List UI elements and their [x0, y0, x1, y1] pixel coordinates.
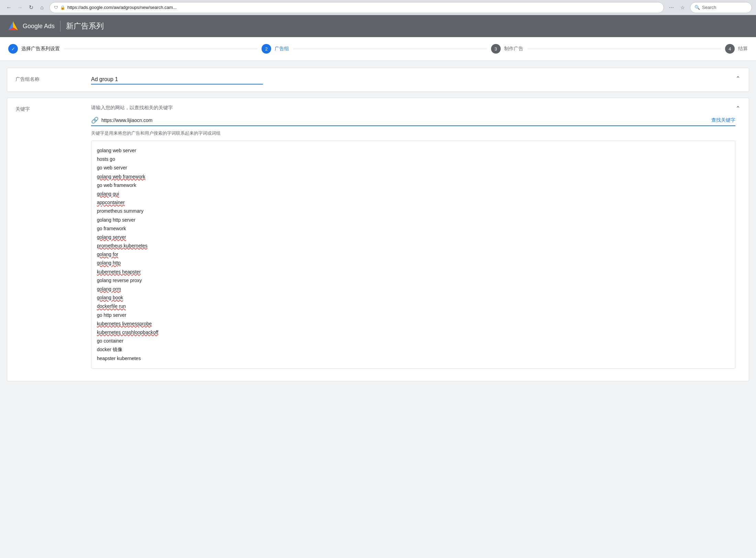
keyword-item: kubernetes heapster — [97, 268, 730, 276]
keyword-item: golang gui — [97, 190, 730, 198]
step-3-circle: 3 — [491, 44, 501, 54]
header-divider — [60, 21, 60, 32]
keyword-item: appcontainer — [97, 198, 730, 207]
keyword-item: go framework — [97, 224, 730, 233]
ads-header: Google Ads 新广告系列 — [0, 15, 756, 37]
ad-group-name-card: 广告组名称 ⌃ — [7, 68, 749, 92]
home-button[interactable]: ⌂ — [37, 3, 47, 12]
lock-icon: 🔒 — [60, 5, 65, 10]
keywords-collapse-button[interactable]: ⌃ — [735, 105, 741, 112]
step-4-circle: 4 — [725, 44, 735, 54]
keyword-item: kubernetes livenessprobe — [97, 320, 730, 328]
step-line-1 — [64, 49, 257, 49]
security-icon: 🛡 — [54, 5, 58, 10]
step-4: 4 结算 — [725, 44, 748, 54]
keyword-item: golang for — [97, 250, 730, 259]
keywords-description: 关键字是用来将您的广告和用户搜索的字词联系起来的字词或词组 — [91, 130, 735, 136]
keyword-item: prometheus summary — [97, 207, 730, 215]
keywords-hint: 请输入您的网站，以查找相关的关键字 — [91, 105, 735, 111]
keyword-item: golang web server — [97, 146, 730, 155]
keyword-item: golang web framework — [97, 172, 730, 181]
main-content: 广告组名称 ⌃ 关键字 请输入您的网站，以查找相关的关键字 🔗 查找关键字 关键… — [0, 61, 756, 394]
keyword-item: golang book — [97, 293, 730, 302]
link-icon: 🔗 — [91, 116, 99, 124]
step-1: ✓ 选择广告系列设置 — [8, 44, 60, 54]
keywords-card: 关键字 请输入您的网站，以查找相关的关键字 🔗 查找关键字 关键字是用来将您的广… — [7, 98, 749, 381]
step-2-circle: 2 — [262, 44, 271, 54]
keywords-label: 关键字 — [15, 105, 91, 112]
step-2: 2 广告组 — [262, 44, 289, 54]
keyword-item: heapster kubernetes — [97, 354, 730, 363]
keyword-item: go http server — [97, 311, 730, 320]
ad-group-name-input[interactable] — [91, 75, 263, 85]
collapse-button[interactable]: ⌃ — [735, 75, 741, 82]
find-keywords-button[interactable]: 查找关键字 — [711, 117, 735, 123]
keyword-item: golang orm — [97, 285, 730, 293]
url-input-row: 🔗 查找关键字 — [91, 116, 735, 126]
keyword-item: kubernetes crashloopbackoff — [97, 328, 730, 337]
keyword-item: go web server — [97, 164, 730, 172]
extensions-button[interactable]: ⋯ — [667, 3, 676, 12]
browser-search-box[interactable]: 🔍 Search — [690, 2, 752, 13]
search-label: Search — [702, 5, 716, 10]
keywords-section: 关键字 请输入您的网站，以查找相关的关键字 🔗 查找关键字 关键字是用来将您的广… — [7, 98, 749, 381]
keyword-item: golang http server — [97, 216, 730, 224]
keyword-item: dockerfile run — [97, 302, 730, 311]
keyword-item: golang reverse proxy — [97, 276, 730, 285]
keyword-item: go container — [97, 337, 730, 345]
step-3: 3 制作广告 — [491, 44, 523, 54]
reload-button[interactable]: ↻ — [26, 3, 36, 12]
keyword-item: go web framework — [97, 181, 730, 190]
ad-group-name-label: 广告组名称 — [15, 75, 91, 82]
stepper: ✓ 选择广告系列设置 2 广告组 3 制作广告 4 结算 — [0, 37, 756, 61]
website-url-input[interactable] — [101, 118, 709, 123]
keyword-item: golang http — [97, 259, 730, 267]
logo-text: Google Ads — [23, 23, 55, 30]
step-2-label: 广告组 — [275, 46, 289, 52]
address-bar[interactable]: 🛡 🔒 https://ads.google.com/aw/adgroups/n… — [49, 2, 664, 13]
step-line-2 — [293, 49, 487, 49]
browser-chrome: ← → ↻ ⌂ 🛡 🔒 https://ads.google.com/aw/ad… — [0, 0, 756, 15]
keywords-body: 请输入您的网站，以查找相关的关键字 🔗 查找关键字 关键字是用来将您的广告和用户… — [91, 105, 735, 369]
keyword-item: hosts go — [97, 155, 730, 164]
page-title: 新广告系列 — [66, 21, 104, 31]
ad-group-name-content — [91, 75, 735, 85]
google-ads-logo: Google Ads — [7, 20, 55, 32]
nav-buttons: ← → ↻ ⌂ — [4, 3, 47, 12]
keywords-box[interactable]: golang web serverhosts gogo web servergo… — [91, 141, 735, 369]
keyword-item: prometheus kubernetes — [97, 242, 730, 250]
search-icon: 🔍 — [694, 5, 700, 10]
url-text: https://ads.google.com/aw/adgroups/new/s… — [67, 5, 659, 10]
browser-actions: ⋯ ☆ — [667, 3, 687, 12]
step-1-label: 选择广告系列设置 — [21, 46, 60, 52]
ad-group-name-row: 广告组名称 ⌃ — [7, 68, 749, 92]
step-4-label: 结算 — [738, 46, 748, 52]
keyword-item: docker 镜像 — [97, 345, 730, 354]
google-logo-icon — [7, 20, 19, 32]
step-3-label: 制作广告 — [504, 46, 523, 52]
step-1-circle: ✓ — [8, 44, 18, 54]
forward-button[interactable]: → — [15, 3, 25, 12]
bookmark-button[interactable]: ☆ — [678, 3, 687, 12]
keyword-item: golang server — [97, 233, 730, 242]
back-button[interactable]: ← — [4, 3, 14, 12]
step-line-3 — [527, 49, 721, 49]
keywords-header: 关键字 请输入您的网站，以查找相关的关键字 🔗 查找关键字 关键字是用来将您的广… — [15, 105, 741, 369]
